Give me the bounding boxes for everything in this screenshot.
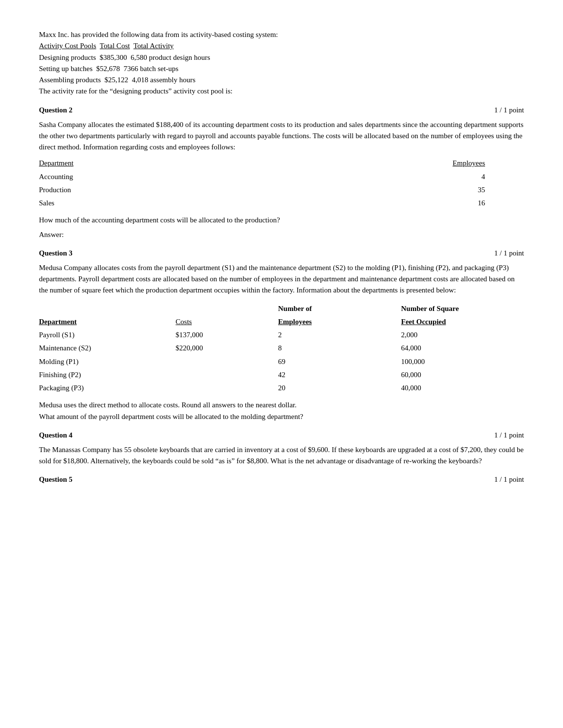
- q3-text2: What amount of the payroll department co…: [39, 411, 524, 422]
- q3-table: Number of Number of Square Department Co…: [39, 302, 524, 395]
- q2-table: Department Employees Accounting 4 Produc…: [39, 157, 524, 210]
- q3-table-header-row2: Department Costs Employees Feet Occupied: [39, 315, 524, 328]
- q2-emp-sales: 16: [136, 197, 524, 210]
- q4-header: Question 4 1 / 1 point: [39, 431, 524, 439]
- q3-row-payroll: Payroll (S1) $137,000 2 2,000: [39, 328, 524, 342]
- q2-row-sales: Sales 16: [39, 197, 524, 210]
- q2-col-emp-header: Employees: [136, 157, 524, 170]
- q4-points: 1 / 1 point: [494, 431, 524, 439]
- q3-points: 1 / 1 point: [494, 249, 524, 257]
- q3-text: Medusa Company allocates costs from the …: [39, 262, 524, 296]
- q3-header: Question 3 1 / 1 point: [39, 249, 524, 257]
- q3-row-molding: Molding (P1) 69 100,000: [39, 355, 524, 368]
- q2-emp-accounting: 4: [136, 170, 524, 183]
- q2-header: Question 2 1 / 1 point: [39, 106, 524, 114]
- q2-text: Sasha Company allocates the estimated $1…: [39, 119, 524, 153]
- intro-row-2: Setting up batches $52,678 7366 batch se…: [39, 63, 524, 74]
- q3-col-emp-header: Number of: [278, 302, 401, 315]
- q3-section: Medusa Company allocates costs from the …: [39, 262, 524, 422]
- col-total-activity-header: Total Activity: [133, 42, 174, 50]
- q3-table-header-row: Number of Number of Square: [39, 302, 524, 315]
- col-total-cost-header: Total Cost: [100, 42, 130, 50]
- q3-label: Question 3: [39, 249, 73, 257]
- intro-row-3: Assembling products $25,122 4,018 assemb…: [39, 74, 524, 86]
- q2-answer: Answer:: [39, 229, 524, 240]
- q5-label: Question 5: [39, 475, 73, 484]
- col-activity-pools-header: Activity Cost Pools: [39, 42, 96, 50]
- intro-row-1: Designing products $385,300 6,580 produc…: [39, 52, 524, 63]
- q2-dept-accounting: Accounting: [39, 170, 136, 183]
- intro-note: The activity rate for the “designing pro…: [39, 86, 524, 97]
- q2-label: Question 2: [39, 106, 73, 114]
- q3-text1: Medusa uses the direct method to allocat…: [39, 400, 524, 411]
- q2-points: 1 / 1 point: [494, 106, 524, 114]
- q3-col-sqft-header: Number of Square: [401, 302, 524, 315]
- q2-row-production: Production 35: [39, 183, 524, 197]
- q3-row-maintenance: Maintenance (S2) $220,000 8 64,000: [39, 342, 524, 355]
- q4-text: The Manassas Company has 55 obsolete key…: [39, 444, 524, 467]
- q2-row-accounting: Accounting 4: [39, 170, 524, 183]
- q3-row-finishing: Finishing (P2) 42 60,000: [39, 368, 524, 382]
- q4-label: Question 4: [39, 431, 73, 439]
- q2-section: Sasha Company allocates the estimated $1…: [39, 119, 524, 240]
- q2-emp-production: 35: [136, 183, 524, 197]
- q3-row-packaging: Packaging (P3) 20 40,000: [39, 382, 524, 395]
- q2-question: How much of the accounting department co…: [39, 215, 524, 226]
- q3-col-dept-header: [39, 302, 176, 315]
- table-header-row: Activity Cost Pools Total Cost Total Act…: [39, 40, 524, 52]
- q2-col-dept-header: Department: [39, 157, 136, 170]
- q4-section: The Manassas Company has 55 obsolete key…: [39, 444, 524, 467]
- intro-section: Maxx Inc. has provided the following dat…: [39, 29, 524, 97]
- q2-dept-production: Production: [39, 183, 136, 197]
- q2-table-header-row: Department Employees: [39, 157, 524, 170]
- q3-col-costs-header: [176, 302, 278, 315]
- q2-dept-sales: Sales: [39, 197, 136, 210]
- intro-text: Maxx Inc. has provided the following dat…: [39, 29, 524, 40]
- q5-header: Question 5 1 / 1 point: [39, 475, 524, 484]
- q5-points: 1 / 1 point: [494, 475, 524, 484]
